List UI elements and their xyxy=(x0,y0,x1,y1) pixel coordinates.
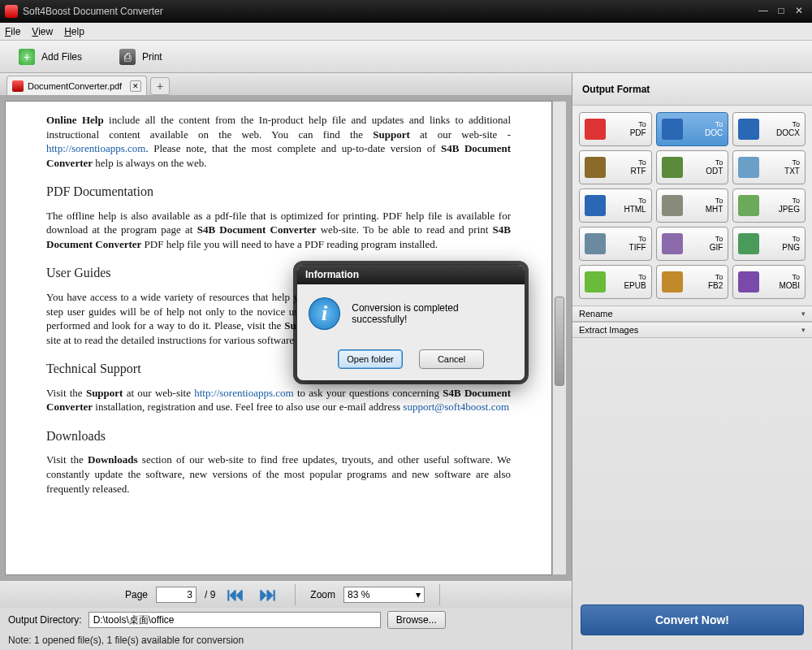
gif-icon xyxy=(662,233,683,254)
format-epub-button[interactable]: ToEPUB xyxy=(579,265,652,299)
format-grid: ToPDFToDOCToDOCXToRTFToODTToTXTToHTMLToM… xyxy=(572,106,812,306)
heading-pdf-doc: PDF Documentation xyxy=(46,183,511,201)
format-docx-button[interactable]: ToDOCX xyxy=(732,112,806,146)
file-tab[interactable]: DocumentConverter.pdf ✕ xyxy=(6,76,147,95)
menu-help[interactable]: Help xyxy=(64,26,84,37)
format-mobi-button[interactable]: ToMOBI xyxy=(732,265,806,299)
page-input[interactable] xyxy=(156,587,197,603)
png-icon xyxy=(738,233,759,254)
format-png-button[interactable]: ToPNG xyxy=(732,227,806,261)
print-icon: ⎙ xyxy=(119,49,136,65)
jpeg-icon xyxy=(738,195,759,216)
format-txt-button[interactable]: ToTXT xyxy=(732,150,806,184)
scrollbar-thumb[interactable] xyxy=(555,297,564,386)
doc-icon xyxy=(662,119,683,140)
link-sorentio1[interactable]: http://sorentioapps.com xyxy=(46,142,145,154)
add-tab-button[interactable]: + xyxy=(150,77,170,95)
html-icon xyxy=(585,195,606,216)
first-page-button[interactable]: ⏮ xyxy=(223,584,248,605)
format-html-button[interactable]: ToHTML xyxy=(579,188,652,223)
convert-now-button[interactable]: Convert Now! xyxy=(581,604,804,635)
tiff-icon xyxy=(585,233,606,254)
txt-icon xyxy=(738,157,759,178)
page-total: / 9 xyxy=(205,589,215,600)
chevron-down-icon: ▾ xyxy=(801,326,806,334)
menu-file[interactable]: File xyxy=(5,26,20,37)
link-sorentio2[interactable]: http://sorentioapps.com xyxy=(194,387,293,399)
zoom-select[interactable]: 83 %▾ xyxy=(343,587,425,603)
dialog-title: Information xyxy=(297,265,525,284)
output-row: Output Directory: Browse... xyxy=(0,608,572,632)
rename-accordion[interactable]: Rename▾ xyxy=(572,306,812,322)
menu-bar: File View Help xyxy=(0,23,812,41)
epub-icon xyxy=(585,271,606,292)
mobi-icon xyxy=(738,271,759,292)
vertical-scrollbar[interactable] xyxy=(552,101,567,575)
minimize-button[interactable]: — xyxy=(755,6,771,17)
output-format-header: Output Format xyxy=(572,73,812,106)
add-files-label: Add Files xyxy=(41,51,82,63)
page-bar: Page / 9 ⏮ ⏭ Zoom 83 %▾ xyxy=(0,580,572,608)
format-tiff-button[interactable]: ToTIFF xyxy=(579,227,652,261)
print-button[interactable]: ⎙ Print xyxy=(109,45,173,69)
print-label: Print xyxy=(142,51,162,63)
format-gif-button[interactable]: ToGIF xyxy=(656,227,729,261)
format-odt-button[interactable]: ToODT xyxy=(656,150,729,184)
chevron-down-icon: ▾ xyxy=(801,310,806,318)
format-pdf-button[interactable]: ToPDF xyxy=(579,112,652,146)
format-jpeg-button[interactable]: ToJPEG xyxy=(732,188,806,223)
last-page-button[interactable]: ⏭ xyxy=(256,584,280,605)
window-title: Soft4Boost Document Converter xyxy=(23,6,163,17)
format-doc-button[interactable]: ToDOC xyxy=(656,112,729,146)
output-label: Output Directory: xyxy=(8,614,82,626)
toolbar: + Add Files ⎙ Print xyxy=(0,41,812,73)
cancel-button[interactable]: Cancel xyxy=(419,349,484,369)
add-files-button[interactable]: + Add Files xyxy=(8,45,93,69)
format-rtf-button[interactable]: ToRTF xyxy=(579,150,652,184)
format-mht-button[interactable]: ToMHT xyxy=(656,188,729,223)
info-icon: i xyxy=(309,297,340,330)
file-tab-label: DocumentConverter.pdf xyxy=(28,81,122,91)
chevron-down-icon: ▾ xyxy=(416,589,421,600)
info-dialog: Information i Conversion is completed su… xyxy=(296,264,525,381)
docx-icon xyxy=(738,119,759,140)
pdf-icon xyxy=(585,119,606,140)
heading-downloads: Downloads xyxy=(46,427,511,445)
link-support-email[interactable]: support@soft4boost.com xyxy=(403,401,509,413)
format-fb2-button[interactable]: ToFB2 xyxy=(656,265,729,299)
fb2-icon xyxy=(662,271,683,292)
extract-images-accordion[interactable]: Extract Images▾ xyxy=(572,322,812,338)
maximize-button[interactable]: □ xyxy=(773,6,789,17)
tab-row: DocumentConverter.pdf ✕ + xyxy=(0,73,572,96)
browse-button[interactable]: Browse... xyxy=(387,611,446,629)
pdf-icon xyxy=(12,80,24,92)
add-icon: + xyxy=(19,49,35,65)
rtf-icon xyxy=(585,157,606,178)
title-bar: Soft4Boost Document Converter — □ ✕ xyxy=(0,0,812,23)
dialog-message: Conversion is completed successfully! xyxy=(352,302,513,325)
close-button[interactable]: ✕ xyxy=(791,6,807,17)
status-note: Note: 1 opened file(s), 1 file(s) availa… xyxy=(0,632,572,650)
mht-icon xyxy=(662,195,683,216)
open-folder-button[interactable]: Open folder xyxy=(338,349,403,369)
zoom-label: Zoom xyxy=(310,589,335,600)
close-tab-button[interactable]: ✕ xyxy=(130,80,141,92)
output-directory-input[interactable] xyxy=(89,612,381,628)
menu-view[interactable]: View xyxy=(32,26,53,37)
app-icon xyxy=(5,5,18,18)
page-label: Page xyxy=(125,589,148,600)
odt-icon xyxy=(662,157,683,178)
